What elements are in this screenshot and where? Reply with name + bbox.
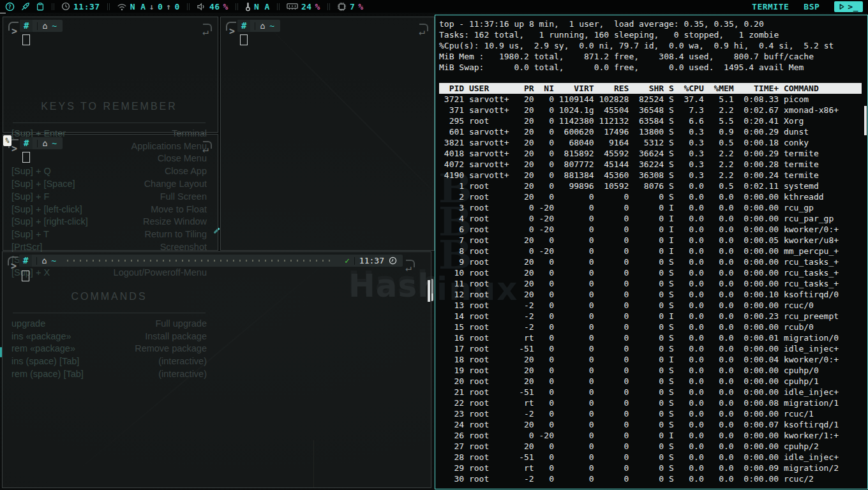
cell-shr: 0 [629,430,664,441]
col-s: S [664,83,674,94]
cell-ni: 0 [534,311,554,322]
cell-shr: 0 [629,332,664,343]
cell-virt: 99896 [554,181,594,191]
cell-pr: 20 [514,267,534,278]
terminal-window-top-middle[interactable]: > # ⌂ ~ ↵ [220,17,435,251]
terminal-window-bottom[interactable]: Hashl_ > # ⌂ ~ ✓ 11:37 ↵ [2,251,431,488]
process-row: 10 root 20 0 0 0 0 S 0.0 0.0 0:00.00 rcu… [439,267,862,278]
cell-shr: 0 [629,473,664,484]
cell-command: ksoftirqd/0 [779,289,839,300]
scrollbar-thumb[interactable] [428,280,430,302]
cell-res: 0 [594,365,629,376]
desktop: Hashl_ KEYS TO REMEMBER [Sup] + Enter Te… [0,0,868,490]
terminal-icon: >_ [848,2,858,11]
cell-state: S [664,278,674,289]
cell-command: kworker/u8+ [779,235,839,246]
cell-time: 0:00.00 [734,387,779,397]
cell-mem: 0.0 [704,408,734,419]
cell-shr: 0 [629,419,664,430]
cell-user: sarvott+ [464,159,514,170]
cell-virt: 0 [554,473,594,484]
process-row: 16 root rt 0 0 0 0 S 0.0 0.0 0:00.01 mig… [439,332,862,343]
launcher-button[interactable] [20,2,30,11]
cell-ni: 0 [534,463,554,473]
process-row: 9 root 20 0 0 0 0 S 0.0 0.0 0:00.00 rcu_… [439,256,862,267]
percent-sign: % [358,2,363,11]
cell-time: 0:00.00 [734,278,779,289]
cell-user: root [464,267,514,278]
cell-cpu: 0.0 [674,332,704,343]
status-bar: ? 11:37 [0,0,868,13]
cell-ni: 0 [534,300,554,311]
cell-virt: 1142380 [554,115,594,126]
help-icon[interactable]: ? [5,2,15,11]
cell-ni: 0 [534,376,554,387]
cell-ni: 0 [534,322,554,332]
help-button[interactable]: ? [5,2,15,11]
process-row: 23 root -2 0 0 0 0 S 0.0 0.0 0:00.00 rcu… [439,408,862,419]
cell-state: S [664,343,674,354]
cell-mem: 0.0 [704,354,734,365]
cell-cpu: 0.0 [674,387,704,397]
cell-pr: -51 [514,343,534,354]
cell-command: conky [779,137,809,148]
cell-time: 0:00.00 [734,408,779,419]
terminal-window-top-output[interactable]: B B B inux top - 11:37:16 up 8 min, 1 us… [435,15,868,489]
cell-cpu: 0.0 [674,408,704,419]
cell-virt: 0 [554,387,594,397]
active-workspace-indicator[interactable]: >_ [834,1,863,12]
cell-shr: 0 [629,267,664,278]
cell-mem: 0.0 [704,343,734,354]
cell-ni: -20 [534,202,554,213]
cell-res: 0 [594,387,629,397]
cell-shr: 0 [629,224,664,235]
home-icon: ⌂ [41,256,47,265]
cell-virt: 0 [554,256,594,267]
cell-pr: -51 [514,387,534,397]
clipboard-button[interactable] [36,2,45,11]
cell-virt: 807772 [554,159,594,170]
cell-state: S [664,170,674,181]
process-row: 11 root 20 0 0 0 0 S 0.0 0.0 0:00.00 rcu… [439,278,862,289]
cell-time: 0:00.00 [734,322,779,332]
terminal-window-top-left[interactable]: > # ⌂ ~ ↵ [3,17,218,133]
cell-shr: 36624 [629,148,664,159]
rocket-icon[interactable] [20,2,30,11]
cell-virt: 0 [554,408,594,419]
cell-time: 0:00.05 [734,235,779,246]
home-icon: ⌂ [42,138,47,148]
cell-pid: 3721 [439,94,464,105]
cell-res: 0 [594,235,629,246]
cell-cpu: 6.6 [674,115,704,126]
cell-pr: 20 [514,376,534,387]
cell-virt: 600620 [554,126,594,137]
cell-ni: 0 [534,473,554,484]
cell-time: 0:08.33 [734,94,779,105]
cell-user: root [464,311,514,322]
download-arrow-icon: ↓ [149,2,154,11]
terminal-window-middle-left[interactable]: > # ⌂ ~ ↵ [3,134,218,251]
cell-shr: 0 [629,311,664,322]
cell-command: migration/0 [779,332,839,343]
cell-shr: 36308 [629,170,664,181]
cell-ni: 0 [534,148,554,159]
cell-pid: 29 [439,463,464,473]
workspace-label-termite[interactable]: TERMITE [752,2,789,11]
clipboard-icon[interactable] [36,2,45,11]
cell-pr: 20 [514,94,534,105]
window-corner-icon: % [3,135,11,146]
cell-shr: 0 [629,300,664,311]
text-cursor [22,152,30,163]
cell-cpu: 0.0 [674,300,704,311]
cell-time: 0:00.00 [734,224,779,235]
cell-pr: 0 [514,224,534,235]
workspace-label-bsp[interactable]: BSP [804,2,819,11]
return-icon: ↵ [202,143,209,155]
cell-ni: 0 [534,235,554,246]
scrollbar-thumb[interactable] [864,106,867,135]
cell-command: rcu_par_gp [779,213,834,224]
path-tilde: ~ [269,21,274,31]
upload-arrow-icon: ↑ [166,2,171,11]
cell-time: 0:00.29 [734,126,779,137]
cell-ni: 0 [534,397,554,408]
